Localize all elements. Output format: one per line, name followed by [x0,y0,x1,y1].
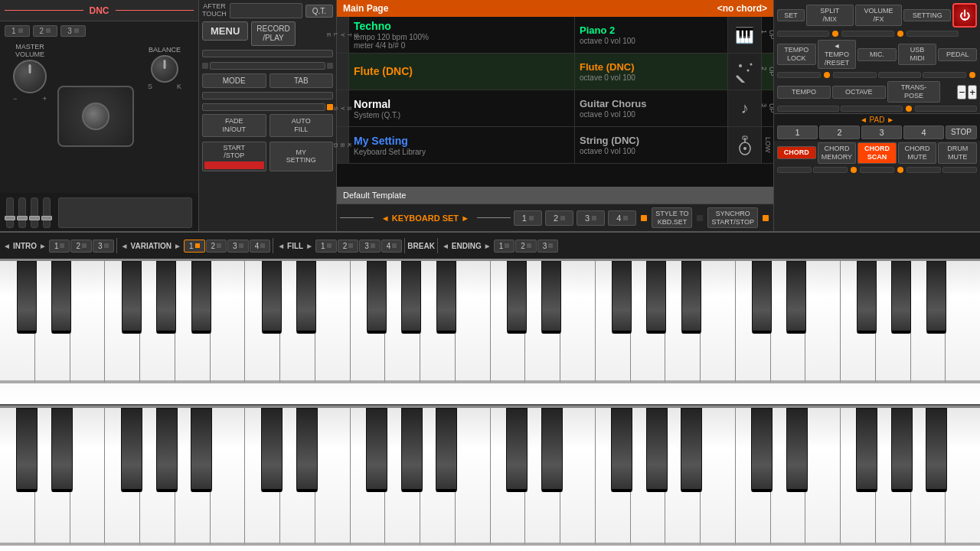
style-to-kbd-btn[interactable]: STYLE TOKBD.SET [652,207,692,229]
kbd-set-btn-2[interactable]: 2 [545,210,573,226]
pad-1-button[interactable]: 1 [777,126,818,139]
pad-4-button[interactable]: 4 [903,126,944,139]
pad-3-button[interactable]: 3 [861,126,902,139]
black-key[interactable] [366,408,387,492]
mic-button[interactable]: MIC. [858,48,897,61]
white-key-u14[interactable] [456,261,491,383]
black-key[interactable] [646,261,666,334]
black-key[interactable] [296,408,318,492]
black-key[interactable] [436,408,457,492]
style-info-1[interactable]: Techno tempo 120 bpm 100% meter 4/4 b/# … [349,17,574,53]
fader-3[interactable] [31,197,38,228]
black-key[interactable] [191,408,212,492]
drum-mute-button[interactable]: DRUMMUTE [938,142,977,164]
white-key-u21[interactable] [701,261,736,383]
black-key[interactable] [926,261,946,334]
chord-memory-button[interactable]: CHORDMEMORY [818,142,857,164]
style-info-2[interactable]: Flute (DNC) [349,54,574,90]
black-key[interactable] [786,261,806,334]
black-key[interactable] [17,261,37,334]
auto-fill-button[interactable]: AUTOFILL [270,114,334,137]
power-button[interactable]: ⏻ [952,3,977,28]
mode-button[interactable]: MODE [202,73,266,88]
kbd-set-btn-3[interactable]: 3 [577,210,605,226]
kbd-info-1[interactable]: Piano 2 octave 0 vol 100 [574,17,727,53]
black-key[interactable] [891,408,913,492]
kbd-info-4[interactable]: String (DNC) octave 0 vol 100 [574,127,727,163]
white-key-l10[interactable] [315,408,351,546]
black-key[interactable] [681,261,701,334]
balance-knob[interactable] [151,55,178,83]
kbd-set-btn-4[interactable]: 4 [608,210,636,226]
default-template-row[interactable]: Default Template [337,187,773,204]
black-key[interactable] [367,261,387,334]
tab-button[interactable]: TAB [270,73,334,88]
fader-4[interactable] [43,197,51,228]
intro-1-button[interactable]: 1 [49,240,70,253]
minus-button[interactable]: − [957,85,966,99]
pitch-bar[interactable] [58,197,192,228]
intro-3-button[interactable]: 3 [93,240,114,253]
chord-scan-button[interactable]: CHORDSCAN [858,142,897,164]
black-key[interactable] [261,408,283,492]
kbd-set-btn-1[interactable]: 1 [514,210,542,226]
white-key-u17[interactable] [560,261,596,383]
variation-4-button[interactable]: 4 [250,240,271,253]
black-key[interactable] [786,408,808,492]
black-key[interactable] [122,261,142,334]
black-key[interactable] [541,261,561,334]
white-key-l28[interactable] [946,408,980,546]
master-volume-knob[interactable] [13,60,47,93]
menu-button[interactable]: MENU [202,21,248,41]
white-key-u24[interactable] [805,261,841,383]
white-key-l24[interactable] [805,408,841,546]
channel-2-btn[interactable]: 2 [33,25,58,37]
black-key[interactable] [646,408,668,492]
octave-button[interactable]: OCTAVE [832,86,886,99]
white-key-l21[interactable] [701,408,736,546]
kbd-info-3[interactable]: Guitar Chorus octave 0 vol 100 [574,90,727,126]
black-key[interactable] [611,408,632,492]
fill-2-button[interactable]: 2 [338,240,359,253]
fill-3-button[interactable]: 3 [359,240,381,253]
variation-1-button[interactable]: 1 [184,240,205,253]
black-key[interactable] [156,261,176,334]
variation-3-button[interactable]: 3 [227,240,249,253]
black-key[interactable] [681,408,702,492]
pad-2-button[interactable]: 2 [819,126,860,139]
black-key[interactable] [752,261,772,334]
fader-2[interactable] [18,197,26,228]
fill-4-button[interactable]: 4 [381,240,403,253]
channel-3-btn[interactable]: 3 [60,25,86,37]
black-key[interactable] [156,408,178,492]
stop-button[interactable]: STOP [946,126,977,139]
style-info-4[interactable]: My Setting Keyboard Set Library [349,127,574,163]
white-key-l17[interactable] [560,408,596,546]
white-key-l14[interactable] [456,408,491,546]
black-key[interactable] [121,408,142,492]
black-key[interactable] [401,261,421,334]
ending-3-button[interactable]: 3 [537,240,559,253]
synchro-start-stop-btn[interactable]: SYNCHROSTART/STOP [707,207,758,229]
white-key-u3[interactable] [70,261,106,383]
black-key[interactable] [262,261,282,334]
white-key-u28[interactable] [946,261,980,383]
black-key[interactable] [506,408,528,492]
variation-2-button[interactable]: 2 [206,240,227,253]
fade-in-out-button[interactable]: FADEIN/OUT [202,114,266,137]
record-play-button[interactable]: RECORD/PLAY [251,21,295,46]
joystick[interactable] [57,86,134,147]
black-key[interactable] [857,261,877,334]
chord-mute-button[interactable]: CHORDMUTE [898,142,937,164]
black-key[interactable] [926,408,947,492]
black-key[interactable] [507,261,527,334]
black-key[interactable] [856,408,877,492]
white-key-l7[interactable] [211,408,246,546]
plus-button[interactable]: + [968,85,977,99]
ending-1-button[interactable]: 1 [494,240,515,253]
black-key[interactable] [751,408,773,492]
start-stop-button[interactable]: START/STOP [202,142,266,172]
black-key[interactable] [296,261,316,334]
channel-1-btn[interactable]: 1 [5,25,30,37]
black-key[interactable] [51,408,73,492]
